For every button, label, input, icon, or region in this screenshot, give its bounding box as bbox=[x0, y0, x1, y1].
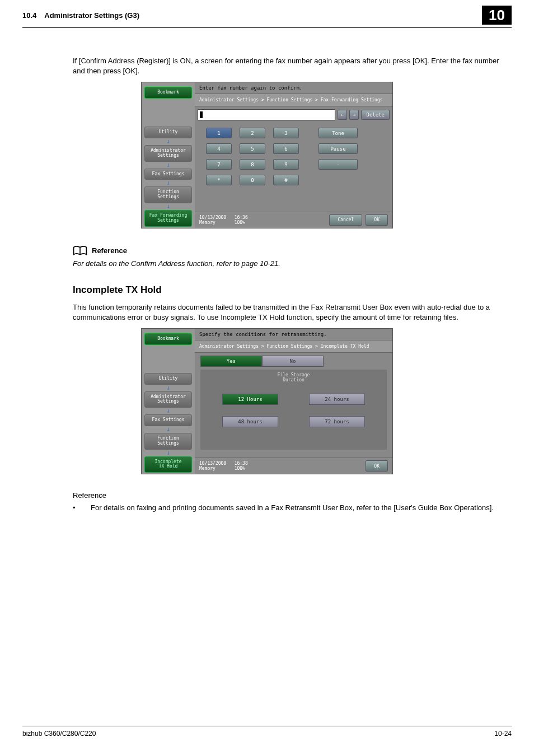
incomplete-tx-hold-heading: Incomplete TX Hold bbox=[73, 284, 512, 296]
screenshot-fax-number-confirm: Bookmark Utility ↓ Administrator Setting… bbox=[141, 82, 393, 228]
ok-button[interactable]: OK bbox=[366, 460, 388, 472]
bookmark-button[interactable]: Bookmark bbox=[144, 87, 192, 99]
cursor-left-button[interactable]: ← bbox=[338, 110, 347, 120]
instruction-text: Enter fax number again to confirm. bbox=[195, 82, 392, 94]
key-2[interactable]: 2 bbox=[240, 128, 265, 138]
bookmark-button[interactable]: Bookmark bbox=[144, 333, 192, 345]
key-8[interactable]: 8 bbox=[240, 159, 265, 170]
breadcrumb: Administrator Settings > Function Settin… bbox=[195, 94, 392, 106]
nav-function-settings[interactable]: Function Settings bbox=[144, 186, 192, 203]
chapter-number: 10 bbox=[482, 6, 512, 25]
key-5[interactable]: 5 bbox=[240, 143, 265, 154]
nav-fax-settings[interactable]: Fax Settings bbox=[144, 169, 192, 180]
nav-admin-settings[interactable]: Administrator Settings bbox=[144, 145, 192, 162]
nav-utility[interactable]: Utility bbox=[144, 127, 192, 138]
cancel-button[interactable]: Cancel bbox=[329, 214, 362, 226]
arrow-down-icon: ↓ bbox=[166, 451, 170, 455]
nav-utility[interactable]: Utility bbox=[144, 373, 192, 385]
delete-button[interactable]: Delete bbox=[361, 110, 390, 120]
nav-admin-settings[interactable]: Administrator Settings bbox=[144, 391, 192, 408]
arrow-down-icon: ↓ bbox=[166, 427, 170, 432]
status-datetime: 10/13/2008 16:38 Memory 100% bbox=[199, 461, 248, 471]
breadcrumb: Administrator Settings > Function Settin… bbox=[195, 340, 392, 353]
reference-text: For details on the Confirm Address funct… bbox=[73, 259, 512, 268]
reference-book-icon bbox=[73, 245, 87, 256]
duration-48h[interactable]: 48 hours bbox=[222, 416, 278, 427]
yes-tab[interactable]: Yes bbox=[200, 356, 262, 367]
instruction-text: Specify the conditions for retransmittin… bbox=[195, 329, 392, 340]
screenshot-incomplete-tx-hold: Bookmark Utility ↓ Administrator Setting… bbox=[141, 328, 393, 474]
key-hash[interactable]: # bbox=[273, 175, 299, 185]
no-tab[interactable]: No bbox=[262, 356, 324, 367]
key-9[interactable]: 9 bbox=[273, 159, 299, 170]
cursor-right-button[interactable]: → bbox=[349, 110, 359, 120]
reference-heading: Reference bbox=[92, 246, 127, 255]
reference-label: Reference bbox=[73, 491, 512, 500]
arrow-down-icon: ↓ bbox=[166, 386, 170, 390]
nav-function-settings[interactable]: Function Settings bbox=[144, 433, 192, 450]
key-3[interactable]: 3 bbox=[273, 128, 299, 138]
key-1[interactable]: 1 bbox=[206, 128, 232, 138]
key-6[interactable]: 6 bbox=[273, 143, 299, 154]
arrow-down-icon: ↓ bbox=[166, 409, 170, 413]
tone-button[interactable]: Tone bbox=[318, 128, 358, 138]
key-4[interactable]: 4 bbox=[206, 143, 232, 154]
key-7[interactable]: 7 bbox=[206, 159, 232, 170]
arrow-down-icon: ↓ bbox=[166, 204, 170, 209]
pause-button[interactable]: Pause bbox=[318, 143, 358, 154]
nav-fax-settings[interactable]: Fax Settings bbox=[144, 414, 192, 426]
ok-button[interactable]: OK bbox=[366, 214, 388, 226]
fax-number-input[interactable] bbox=[198, 109, 335, 120]
duration-24h[interactable]: 24 hours bbox=[309, 394, 365, 405]
nav-fax-forwarding-active[interactable]: Fax Forwarding Settings bbox=[144, 210, 192, 227]
footer-model: bizhub C360/C280/C220 bbox=[22, 730, 96, 738]
arrow-down-icon: ↓ bbox=[166, 139, 170, 144]
incomplete-tx-desc: This function temporarily retains docume… bbox=[73, 302, 512, 323]
status-datetime: 10/13/2008 16:36 Memory 100% bbox=[199, 215, 248, 225]
arrow-down-icon: ↓ bbox=[166, 163, 170, 167]
key-0[interactable]: 0 bbox=[240, 175, 265, 185]
intro-paragraph: If [Confirm Address (Register)] is ON, a… bbox=[73, 56, 512, 76]
duration-72h[interactable]: 72 hours bbox=[309, 416, 365, 427]
duration-12h[interactable]: 12 Hours bbox=[222, 394, 278, 405]
header-section-title: 10.4 Administrator Settings (G3) bbox=[22, 11, 139, 20]
reference-bullet: • For details on faxing and printing doc… bbox=[73, 503, 512, 513]
dash-button[interactable]: - bbox=[318, 159, 358, 170]
nav-incomplete-tx-active[interactable]: Incomplete TX Hold bbox=[144, 456, 192, 473]
key-star[interactable]: * bbox=[206, 175, 232, 185]
file-storage-label: File Storage Duration bbox=[205, 372, 382, 382]
footer-page: 10-24 bbox=[494, 730, 512, 738]
arrow-down-icon: ↓ bbox=[166, 181, 170, 185]
